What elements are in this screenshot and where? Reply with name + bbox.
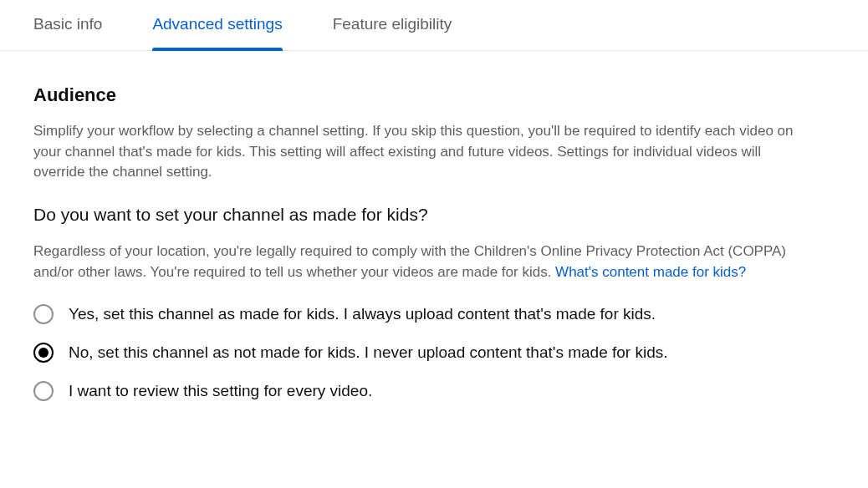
radio-circle-icon: [33, 381, 54, 401]
radio-label: I want to review this setting for every …: [69, 382, 372, 400]
audience-legal-text: Regardless of your location, you're lega…: [33, 241, 803, 282]
audience-question: Do you want to set your channel as made …: [33, 205, 803, 225]
radio-option-yes[interactable]: Yes, set this channel as made for kids. …: [33, 304, 803, 324]
radio-group: Yes, set this channel as made for kids. …: [33, 304, 803, 401]
tabs-bar: Basic info Advanced settings Feature eli…: [0, 0, 868, 51]
tab-basic-info[interactable]: Basic info: [33, 0, 102, 50]
tab-feature-eligibility[interactable]: Feature eligibility: [333, 0, 452, 50]
tab-advanced-settings[interactable]: Advanced settings: [152, 0, 282, 50]
radio-option-no[interactable]: No, set this channel as not made for kid…: [33, 343, 803, 363]
radio-circle-icon: [33, 304, 54, 324]
radio-label: No, set this channel as not made for kid…: [69, 343, 668, 362]
content-area: Audience Simplify your workflow by selec…: [0, 51, 836, 401]
audience-title: Audience: [33, 84, 803, 106]
content-for-kids-link[interactable]: What's content made for kids?: [555, 264, 746, 280]
radio-option-review[interactable]: I want to review this setting for every …: [33, 381, 803, 401]
radio-circle-icon: [33, 343, 54, 363]
audience-description: Simplify your workflow by selecting a ch…: [33, 121, 803, 183]
radio-label: Yes, set this channel as made for kids. …: [69, 305, 656, 323]
